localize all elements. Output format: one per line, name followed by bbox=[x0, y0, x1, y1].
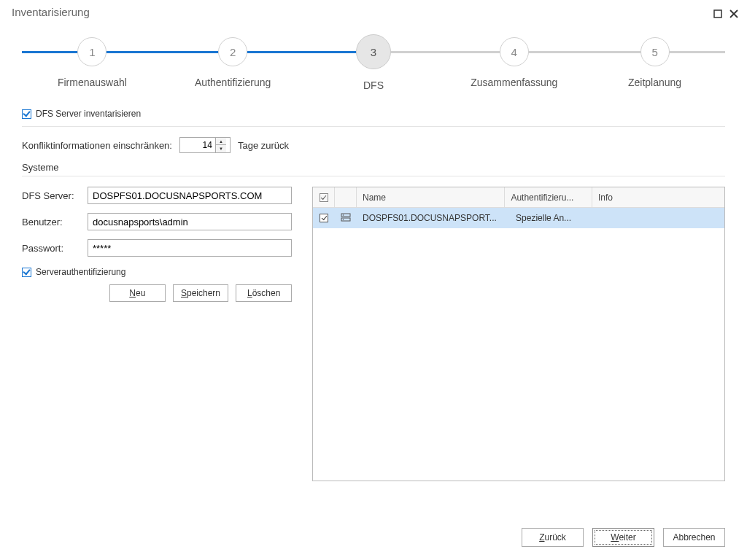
step-circle: 1 bbox=[77, 37, 107, 66]
next-button[interactable]: Weiter bbox=[592, 528, 654, 547]
step-label: DFS bbox=[363, 79, 384, 91]
step-label: Zeitplanung bbox=[628, 77, 681, 88]
header-spacer bbox=[713, 187, 724, 207]
header-icon-col bbox=[335, 187, 357, 207]
grid-header: Name Authentifizieru... Info bbox=[313, 187, 724, 208]
step-4[interactable]: 4 Zusammenfassung bbox=[445, 37, 584, 91]
step-circle: 4 bbox=[500, 37, 529, 66]
select-all-checkbox[interactable] bbox=[320, 193, 328, 202]
row-checkbox[interactable] bbox=[320, 214, 328, 222]
step-label: Firmenauswahl bbox=[58, 77, 127, 88]
step-1[interactable]: 1 Firmenauswahl bbox=[23, 37, 161, 91]
conflict-row: Konfliktinformationen einschränken: ▲ ▼ … bbox=[22, 137, 725, 153]
conflict-label: Konfliktinformationen einschränken: bbox=[22, 140, 172, 151]
step-circle: 3 bbox=[356, 34, 391, 69]
days-spinbox: ▲ ▼ bbox=[179, 137, 231, 153]
back-button[interactable]: Zurück bbox=[522, 528, 584, 547]
days-input[interactable] bbox=[180, 138, 215, 152]
server-icon bbox=[341, 212, 351, 225]
wizard-stepper: 1 Firmenauswahl 2 Authentifizierung 3 DF… bbox=[0, 23, 747, 103]
maximize-icon[interactable] bbox=[713, 8, 722, 17]
row-auth: Spezielle An... bbox=[510, 213, 600, 223]
step-label: Authentifizierung bbox=[195, 77, 271, 88]
new-button[interactable]: Neu bbox=[109, 284, 166, 302]
dfs-server-label: DFS Server: bbox=[22, 190, 88, 201]
svg-point-5 bbox=[343, 214, 344, 216]
divider bbox=[22, 126, 725, 127]
step-3[interactable]: 3 DFS bbox=[304, 37, 443, 91]
close-icon[interactable] bbox=[729, 8, 738, 17]
serverauth-checkbox[interactable] bbox=[22, 268, 31, 277]
dfs-inventory-label: DFS Server inventarisieren bbox=[36, 109, 141, 119]
svg-rect-0 bbox=[714, 10, 721, 18]
step-label: Zusammenfassung bbox=[471, 77, 557, 88]
step-circle: 2 bbox=[218, 37, 247, 66]
dfs-inventory-checkbox[interactable] bbox=[22, 109, 31, 119]
dfs-inventory-checkbox-row: DFS Server inventarisieren bbox=[22, 103, 725, 123]
user-label: Benutzer: bbox=[22, 217, 88, 228]
footer-buttons: Zurück Weiter Abbrechen bbox=[522, 528, 725, 547]
form-panel: DFS Server: Benutzer: Passwort: Serverau… bbox=[22, 187, 292, 481]
window-title: Inventarisierung bbox=[12, 6, 90, 18]
titlebar: Inventarisierung bbox=[0, 0, 747, 23]
header-info[interactable]: Info bbox=[592, 187, 713, 207]
cancel-button[interactable]: Abbrechen bbox=[663, 528, 725, 547]
password-label: Passwort: bbox=[22, 243, 88, 254]
svg-point-6 bbox=[343, 219, 344, 220]
divider bbox=[22, 176, 725, 176]
delete-button[interactable]: Löschen bbox=[236, 284, 292, 302]
row-name: DOSPFS01.DOCUSNAPSPORT... bbox=[357, 213, 510, 223]
step-circle: 5 bbox=[640, 37, 670, 66]
conflict-suffix: Tage zurück bbox=[238, 140, 289, 151]
save-button[interactable]: Speichern bbox=[173, 284, 229, 302]
spin-down[interactable]: ▼ bbox=[216, 145, 226, 152]
user-input[interactable] bbox=[88, 213, 292, 230]
systems-grid: Name Authentifizieru... Info DOSPFS01.DO… bbox=[312, 187, 725, 481]
password-input[interactable] bbox=[88, 239, 292, 257]
dfs-server-input[interactable] bbox=[88, 187, 292, 204]
step-5[interactable]: 5 Zeitplanung bbox=[586, 37, 724, 91]
window-controls bbox=[713, 8, 738, 17]
table-row[interactable]: DOSPFS01.DOCUSNAPSPORT... Spezielle An..… bbox=[313, 208, 724, 228]
header-name[interactable]: Name bbox=[357, 187, 505, 207]
step-2[interactable]: 2 Authentifizierung bbox=[163, 37, 302, 91]
systems-heading: Systeme bbox=[22, 162, 725, 173]
header-checkbox-col bbox=[313, 187, 335, 207]
spin-up[interactable]: ▲ bbox=[216, 138, 226, 145]
serverauth-label: Serverauthentifizierung bbox=[36, 267, 125, 277]
header-auth[interactable]: Authentifizieru... bbox=[505, 187, 592, 207]
